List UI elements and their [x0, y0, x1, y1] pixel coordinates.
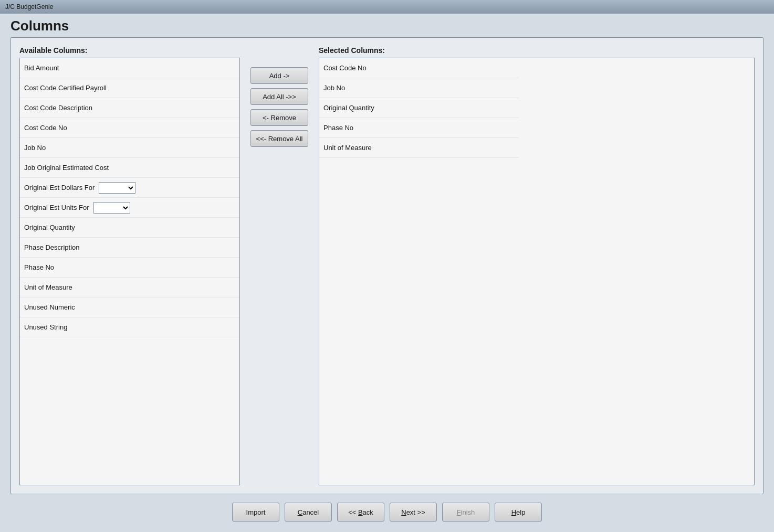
available-item-label: Job Original Estimated Cost — [24, 164, 109, 172]
main-content: Available Columns: Bid AmountCost Code C… — [0, 37, 774, 532]
available-item-phase-no[interactable]: Phase No — [20, 258, 239, 278]
finish-label: Finish — [457, 508, 475, 516]
available-item-original-est-dollars-for[interactable]: Original Est Dollars For — [20, 178, 239, 198]
available-item-cost-code-no[interactable]: Cost Code No — [20, 118, 239, 138]
available-columns-label: Available Columns: — [19, 46, 240, 55]
available-item-label: Original Quantity — [24, 224, 75, 231]
selected-item-label: Job No — [323, 84, 345, 92]
available-item-original-quantity[interactable]: Original Quantity — [20, 218, 239, 238]
available-item-label: Job No — [24, 144, 46, 152]
selected-item-sel-unit-of-measure[interactable]: Unit of Measure — [319, 138, 519, 158]
available-item-dropdown-original-est-dollars-for[interactable] — [99, 182, 135, 194]
selected-columns-section: Selected Columns: Cost Code NoJob NoOrig… — [319, 46, 755, 485]
available-item-unused-numeric[interactable]: Unused Numeric — [20, 297, 239, 317]
next-label: Next >> — [401, 508, 425, 516]
available-item-label: Phase No — [24, 263, 54, 271]
selected-item-sel-cost-code-no[interactable]: Cost Code No — [319, 58, 519, 78]
available-item-unit-of-measure[interactable]: Unit of Measure — [20, 278, 239, 297]
available-item-label: Original Est Dollars For — [24, 184, 95, 191]
main-window: J/C BudgetGenie Columns Available Column… — [0, 0, 774, 532]
available-item-label: Cost Code Certified Payroll — [24, 84, 107, 92]
selected-item-sel-original-quantity[interactable]: Original Quantity — [319, 98, 519, 118]
columns-panel: Available Columns: Bid AmountCost Code C… — [11, 37, 763, 494]
available-columns-section: Available Columns: Bid AmountCost Code C… — [19, 46, 240, 485]
available-item-phase-description[interactable]: Phase Description — [20, 238, 239, 258]
available-item-label: Unused Numeric — [24, 303, 75, 311]
available-item-cost-code-description[interactable]: Cost Code Description — [20, 98, 239, 118]
available-item-job-original-estimated-cost[interactable]: Job Original Estimated Cost — [20, 158, 239, 178]
title-bar: J/C BudgetGenie — [0, 0, 774, 14]
available-item-original-est-units-for[interactable]: Original Est Units For — [20, 198, 239, 218]
available-item-cost-code-certified-payroll[interactable]: Cost Code Certified Payroll — [20, 78, 239, 98]
selected-item-sel-job-no[interactable]: Job No — [319, 78, 519, 98]
remove-button[interactable]: <- Remove — [250, 109, 308, 126]
help-button[interactable]: Help — [495, 503, 542, 522]
selected-item-label: Cost Code No — [323, 64, 367, 72]
available-item-label: Original Est Units For — [24, 204, 89, 211]
import-button[interactable]: Import — [232, 503, 279, 522]
selected-item-label: Original Quantity — [323, 104, 374, 112]
remove-all-button[interactable]: <<- Remove All — [250, 130, 308, 147]
selected-item-label: Unit of Measure — [323, 144, 372, 152]
available-item-bid-amount[interactable]: Bid Amount — [20, 58, 239, 78]
available-columns-list[interactable]: Bid AmountCost Code Certified PayrollCos… — [19, 58, 240, 485]
available-item-label: Unused String — [24, 323, 67, 331]
selected-item-label: Phase No — [323, 124, 353, 132]
available-item-label: Phase Description — [24, 243, 80, 251]
add-button[interactable]: Add -> — [250, 67, 308, 84]
add-all-button[interactable]: Add All ->> — [250, 88, 308, 105]
cancel-button[interactable]: Cancel — [285, 503, 332, 522]
selected-item-sel-phase-no[interactable]: Phase No — [319, 118, 519, 138]
selected-columns-list[interactable]: Cost Code NoJob NoOriginal QuantityPhase… — [319, 58, 755, 485]
help-label: Help — [511, 508, 526, 516]
selected-columns-label: Selected Columns: — [319, 46, 755, 55]
available-item-unused-string[interactable]: Unused String — [20, 317, 239, 337]
available-item-label: Unit of Measure — [24, 283, 72, 291]
available-item-label: Bid Amount — [24, 64, 59, 72]
cancel-label: Cancel — [298, 508, 319, 516]
finish-button[interactable]: Finish — [442, 503, 489, 522]
available-item-label: Cost Code No — [24, 124, 67, 132]
next-button[interactable]: Next >> — [390, 503, 437, 522]
window-title: J/C BudgetGenie — [5, 3, 53, 10]
columns-area: Available Columns: Bid AmountCost Code C… — [19, 46, 755, 485]
available-item-job-no[interactable]: Job No — [20, 138, 239, 158]
footer-buttons: Import Cancel << Back Next >> Finish Hel… — [11, 494, 763, 527]
back-button[interactable]: << Back — [337, 503, 384, 522]
available-item-dropdown-original-est-units-for[interactable] — [93, 202, 130, 214]
back-label: << Back — [348, 508, 373, 516]
action-buttons-section: Add -> Add All ->> <- Remove <<- Remove … — [240, 46, 319, 485]
available-item-label: Cost Code Description — [24, 104, 92, 112]
page-title: Columns — [0, 14, 774, 37]
